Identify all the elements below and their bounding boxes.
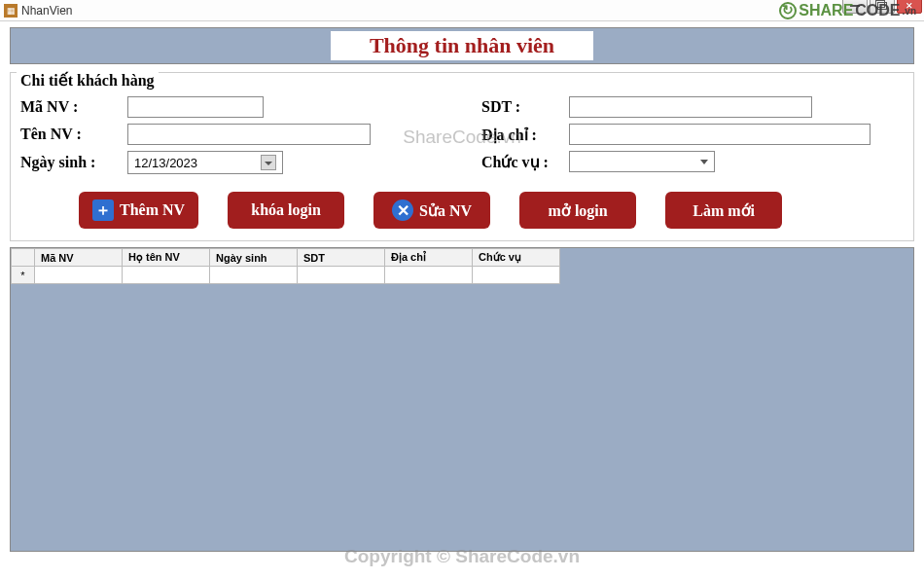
data-grid[interactable]: Mã NV Họ tên NV Ngày sinh SDT Địa chỉ Ch… (11, 248, 560, 284)
window-title: NhanVien (21, 4, 73, 18)
data-grid-wrap: Mã NV Họ tên NV Ngày sinh SDT Địa chỉ Ch… (10, 247, 914, 552)
label-ngay-sinh: Ngày sinh : (20, 154, 127, 171)
date-ngay-sinh[interactable]: 12/13/2023 (127, 151, 283, 174)
label-dia-chi: Địa chỉ : (481, 126, 569, 144)
them-nv-button[interactable]: ＋ Thêm NV (79, 192, 198, 229)
sua-nv-button[interactable]: ✕ Sửa NV (373, 192, 490, 229)
label-sdt: SDT : (481, 98, 569, 116)
grid-header-row: Mã NV Họ tên NV Ngày sinh SDT Địa chỉ Ch… (12, 249, 560, 267)
col-ma-nv[interactable]: Mã NV (35, 249, 123, 267)
lam-moi-button[interactable]: Làm mới (665, 192, 782, 229)
details-groupbox: Chi tiết khách hàng Mã NV : Tên NV : Ngà… (10, 72, 914, 241)
grid-new-row[interactable]: * (12, 267, 560, 284)
khoa-login-button[interactable]: khóa login (228, 192, 344, 229)
app-icon: ▦ (4, 4, 18, 18)
select-chuc-vu[interactable] (569, 151, 715, 172)
col-sdt[interactable]: SDT (298, 249, 385, 267)
col-ho-ten-nv[interactable]: Họ tên NV (123, 249, 210, 267)
banner: Thông tin nhân viên (10, 27, 914, 64)
mo-login-button[interactable]: mở login (519, 192, 636, 229)
grid-corner (12, 249, 35, 267)
input-ten-nv[interactable] (127, 124, 371, 145)
tools-icon: ✕ (392, 199, 413, 221)
button-row: ＋ Thêm NV khóa login ✕ Sửa NV mở login L… (79, 192, 904, 229)
col-chuc-vu[interactable]: Chức vụ (473, 249, 560, 267)
input-dia-chi[interactable] (569, 124, 871, 145)
date-value: 12/13/2023 (134, 156, 197, 170)
groupbox-legend: Chi tiết khách hàng (17, 71, 159, 90)
label-ma-nv: Mã NV : (20, 98, 127, 116)
sharecode-logo: SHARECODE.vn (779, 2, 916, 19)
input-ma-nv[interactable] (127, 96, 264, 118)
new-row-marker: * (12, 267, 35, 284)
label-ten-nv: Tên NV : (20, 126, 127, 143)
plus-icon: ＋ (92, 199, 114, 221)
page-title: Thông tin nhân viên (331, 31, 593, 60)
label-chuc-vu: Chức vụ : (481, 153, 569, 171)
col-ngay-sinh[interactable]: Ngày sinh (210, 249, 298, 267)
banner-wrap: Thông tin nhân viên (0, 21, 924, 70)
calendar-icon[interactable] (261, 155, 276, 170)
input-sdt[interactable] (569, 96, 812, 118)
recycle-icon (779, 2, 797, 19)
col-dia-chi[interactable]: Địa chỉ (385, 249, 473, 267)
